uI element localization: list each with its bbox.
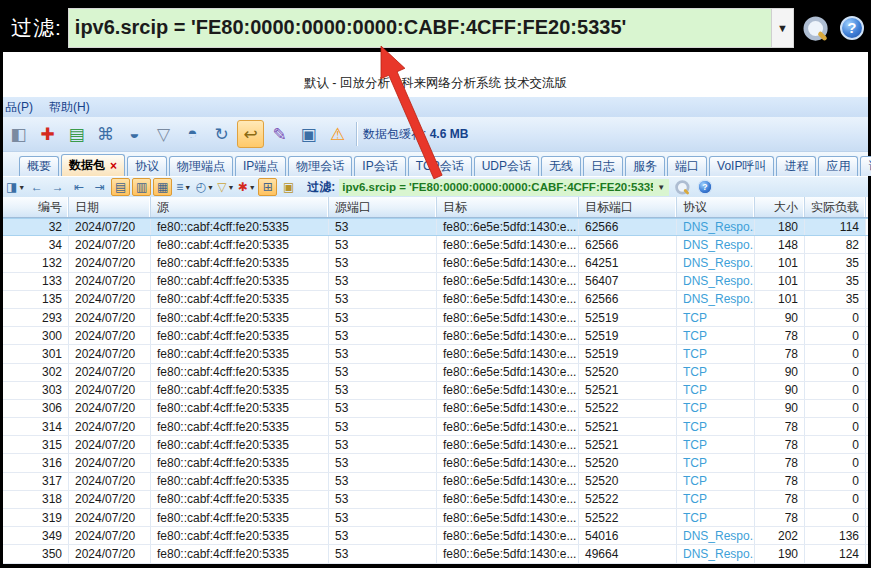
col-srcport[interactable]: 源端口	[329, 197, 437, 217]
tab-VoIP呼叫[interactable]: VoIP呼叫	[709, 156, 774, 176]
replay-icon[interactable]: ↻	[208, 120, 235, 148]
help-icon[interactable]: ?	[840, 16, 864, 40]
alarm-icon[interactable]: ⚠	[324, 120, 351, 148]
cell-dest: fe80::6e5e:5dfd:1430:e...	[437, 273, 579, 290]
tab-UDP会话[interactable]: UDP会话	[474, 156, 539, 176]
node-explorer-icon[interactable]: ⌘	[92, 120, 119, 148]
close-tab-icon[interactable]: ×	[110, 159, 117, 173]
table-row[interactable]: 3182024/07/20fe80::cabf:4cff:fe20:533553…	[3, 491, 868, 509]
cell-dstport: 52519	[579, 345, 677, 362]
col-date[interactable]: 日期	[69, 197, 151, 217]
tab-数据包[interactable]: 数据包×	[61, 154, 125, 176]
filter-combobox[interactable]: ipv6.srcip = 'FE80:0000:0000:0000:CABF:4…	[68, 8, 794, 48]
row-filler	[866, 436, 868, 453]
tab-概要[interactable]: 概要	[19, 156, 59, 176]
tab-物理端点[interactable]: 物理端点	[169, 156, 233, 176]
cell-size: 78	[755, 509, 805, 526]
col-dest[interactable]: 目标	[437, 197, 579, 217]
chevron-down-icon[interactable]: ▼	[18, 184, 25, 191]
export-icon[interactable]: ◴▼	[195, 178, 214, 196]
packet-storage-icon[interactable]: ◓	[179, 120, 206, 148]
tab-IP端点[interactable]: IP端点	[235, 156, 286, 176]
filter-funnel-icon[interactable]: ▽▼	[216, 178, 235, 196]
tab-日志[interactable]: 日志	[583, 156, 623, 176]
table-row[interactable]: 1332024/07/20fe80::cabf:4cff:fe20:533553…	[3, 273, 868, 291]
chevron-down-icon[interactable]: ▼	[771, 9, 793, 47]
table-row[interactable]: 3172024/07/20fe80::cabf:4cff:fe20:533553…	[3, 473, 868, 491]
table-row[interactable]: 3142024/07/20fe80::cabf:4cff:fe20:533553…	[3, 418, 868, 436]
table-row[interactable]: 2932024/07/20fe80::cabf:4cff:fe20:533553…	[3, 309, 868, 327]
tab-TCP会话[interactable]: TCP会话	[408, 156, 472, 176]
report-icon[interactable]: ▣	[295, 120, 322, 148]
cell-date: 2024/07/20	[69, 454, 151, 471]
tree-view-icon[interactable]: ⊞	[258, 178, 277, 196]
col-no[interactable]: 编号	[3, 197, 69, 217]
cell-size: 78	[755, 327, 805, 344]
table-row[interactable]: 3502024/07/20fe80::cabf:4cff:fe20:533553…	[3, 545, 868, 563]
open-folder-icon[interactable]: ↩	[237, 120, 264, 148]
prev-packet-icon[interactable]: ←	[27, 178, 46, 196]
tab-物理会话[interactable]: 物理会话	[288, 156, 352, 176]
chevron-down-icon[interactable]: ▼	[207, 184, 214, 191]
packet-list-view-icon[interactable]: ▤	[111, 178, 130, 196]
tab-label: UDP会话	[482, 158, 531, 175]
table-row[interactable]: 3002024/07/20fe80::cabf:4cff:fe20:533553…	[3, 327, 868, 345]
filter-settings-icon[interactable]: ▽	[150, 120, 177, 148]
tab-label: IP会话	[362, 158, 397, 175]
chevron-down-icon[interactable]: ▼	[653, 183, 669, 192]
chevron-down-icon[interactable]: ▼	[227, 184, 234, 191]
tab-诊断[interactable]: 诊断	[860, 156, 871, 176]
network-profile-icon[interactable]: ✚	[34, 120, 61, 148]
col-dstport[interactable]: 目标端口	[579, 197, 677, 217]
tab-进程[interactable]: 进程	[776, 156, 816, 176]
table-row[interactable]: 3022024/07/20fe80::cabf:4cff:fe20:533553…	[3, 364, 868, 382]
col-protocol[interactable]: 协议	[677, 197, 755, 217]
table-row[interactable]: 3192024/07/20fe80::cabf:4cff:fe20:533553…	[3, 509, 868, 527]
next-bookmark-icon[interactable]: ⇥	[90, 178, 109, 196]
tab-IP会话[interactable]: IP会话	[354, 156, 405, 176]
filter-value[interactable]: ipv6.srcip = 'FE80:0000:0000:0000:CABF:4…	[69, 16, 771, 39]
table-row[interactable]: 3152024/07/20fe80::cabf:4cff:fe20:533553…	[3, 436, 868, 454]
tab-label: VoIP呼叫	[717, 158, 766, 175]
table-row[interactable]: 1352024/07/20fe80::cabf:4cff:fe20:533553…	[3, 291, 868, 309]
col-source[interactable]: 源	[151, 197, 329, 217]
prev-bookmark-icon[interactable]: ⇤	[69, 178, 88, 196]
next-packet-icon[interactable]: →	[48, 178, 67, 196]
tab-应用[interactable]: 应用	[818, 156, 858, 176]
col-size[interactable]: 大小	[755, 197, 805, 217]
hex-view-icon[interactable]: ▦	[153, 178, 172, 196]
table-row[interactable]: 3062024/07/20fe80::cabf:4cff:fe20:533553…	[3, 400, 868, 418]
column-settings-icon[interactable]: ≡▼	[174, 178, 193, 196]
table-row[interactable]: 3492024/07/20fe80::cabf:4cff:fe20:533553…	[3, 527, 868, 545]
save-packet-icon[interactable]: ◨▼	[6, 178, 25, 196]
table-row[interactable]: 342024/07/20fe80::cabf:4cff:fe20:533553f…	[3, 236, 868, 254]
tab-协议[interactable]: 协议	[127, 156, 167, 176]
table-row[interactable]: 1322024/07/20fe80::cabf:4cff:fe20:533553…	[3, 254, 868, 272]
search-icon[interactable]	[802, 15, 827, 40]
search-icon[interactable]	[675, 180, 690, 195]
toolbar-icon-partial[interactable]: ◧	[5, 120, 32, 148]
cell-payload: 0	[805, 436, 866, 453]
table-filter-value[interactable]: ipv6.srcip = 'FE80:0000:0000:0000:CABF:4…	[339, 181, 653, 193]
table-row[interactable]: 3162024/07/20fe80::cabf:4cff:fe20:533553…	[3, 454, 868, 472]
help-icon[interactable]: ?	[698, 180, 713, 195]
table-filter-combobox[interactable]: ipv6.srcip = 'FE80:0000:0000:0000:CABF:4…	[339, 179, 669, 196]
decode-view-icon[interactable]: ▥	[132, 178, 151, 196]
col-payload[interactable]: 实际负载	[805, 197, 866, 217]
chevron-down-icon[interactable]: ▼	[184, 184, 191, 191]
analysis-settings-icon[interactable]: ▤	[63, 120, 90, 148]
tab-服务[interactable]: 服务	[625, 156, 665, 176]
menu-item[interactable]: 品(P)	[3, 99, 41, 116]
table-row[interactable]: 3032024/07/20fe80::cabf:4cff:fe20:533553…	[3, 382, 868, 400]
lock-icon[interactable]: ▣	[279, 178, 298, 196]
tab-无线[interactable]: 无线	[541, 156, 581, 176]
menu-item[interactable]: 帮助(H)	[41, 99, 98, 116]
cell-size: 90	[755, 309, 805, 326]
packet-buffer-icon[interactable]: ◒	[121, 120, 148, 148]
highlight-filter-icon[interactable]: ✱▼	[237, 178, 256, 196]
table-row[interactable]: 3012024/07/20fe80::cabf:4cff:fe20:533553…	[3, 345, 868, 363]
chevron-down-icon[interactable]: ▼	[249, 184, 256, 191]
tab-端口[interactable]: 端口	[667, 156, 707, 176]
table-row[interactable]: 322024/07/20fe80::cabf:4cff:fe20:533553f…	[3, 218, 868, 236]
log-edit-icon[interactable]: ✎	[266, 120, 293, 148]
